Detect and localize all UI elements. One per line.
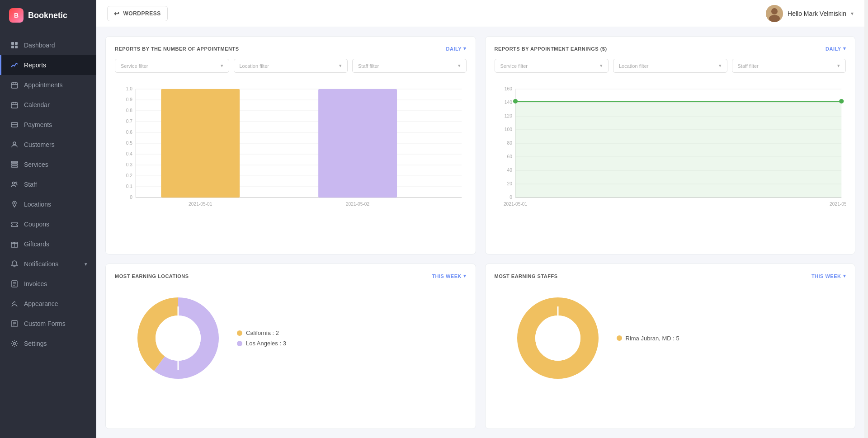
svg-rect-59 bbox=[161, 89, 240, 198]
back-arrow-icon: ↩ bbox=[114, 10, 120, 17]
sidebar-item-reports[interactable]: Reports bbox=[0, 55, 96, 75]
topbar: ↩ WORDPRESS Hello Mark Velmiskin ▾ bbox=[96, 0, 864, 27]
logo-text: Booknetic bbox=[28, 11, 67, 20]
svg-marker-82 bbox=[515, 101, 841, 198]
content-area: REPORTS BY THE NUMBER OF APPOINTMENTS DA… bbox=[96, 27, 864, 438]
filter-chevron-icon: ▾ bbox=[339, 63, 342, 69]
legend-item-rima: Rima Jubran, MD : 5 bbox=[617, 335, 846, 342]
logo-area: B Booknetic bbox=[0, 0, 96, 31]
sidebar-item-label: Dashboard bbox=[24, 42, 55, 49]
scrollbar[interactable] bbox=[864, 0, 868, 438]
svg-text:160: 160 bbox=[504, 86, 512, 91]
svg-text:1.0: 1.0 bbox=[126, 86, 133, 91]
notifications-arrow-icon: ▾ bbox=[85, 261, 87, 267]
sidebar-item-dashboard[interactable]: Dashboard bbox=[0, 35, 96, 55]
svg-rect-8 bbox=[11, 103, 18, 108]
filter-chevron-icon: ▾ bbox=[221, 63, 223, 69]
legend-item-losangeles: Los Angeles : 3 bbox=[237, 340, 467, 347]
sidebar-item-custom-forms[interactable]: Custom Forms bbox=[0, 314, 96, 334]
earnings-chart-card: REPORTS BY APPOINTMENT EARNINGS ($) DAIL… bbox=[485, 36, 856, 254]
user-chevron-icon: ▾ bbox=[851, 10, 854, 17]
earnings-staff-filter[interactable]: Staff filter ▾ bbox=[732, 59, 846, 73]
appointments-period-selector[interactable]: DAILY ▾ bbox=[446, 46, 467, 52]
locations-chart-header: MOST EARNING LOCATIONS THIS WEEK ▾ bbox=[115, 273, 467, 279]
svg-text:0.5: 0.5 bbox=[126, 141, 133, 146]
locations-donut-section: California : 2 Los Angeles : 3 bbox=[115, 286, 467, 386]
svg-text:0: 0 bbox=[509, 195, 512, 200]
svg-text:20: 20 bbox=[507, 181, 512, 186]
appointments-staff-filter[interactable]: Staff filter ▾ bbox=[352, 59, 467, 73]
sidebar-item-staff[interactable]: Staff bbox=[0, 174, 96, 194]
user-menu[interactable]: Hello Mark Velmiskin ▾ bbox=[766, 5, 854, 22]
locations-legend: California : 2 Los Angeles : 3 bbox=[223, 330, 467, 347]
svg-text:0: 0 bbox=[130, 195, 132, 200]
legend-item-california: California : 2 bbox=[237, 330, 467, 336]
losangeles-label: Los Angeles : 3 bbox=[246, 340, 286, 347]
earnings-location-filter[interactable]: Location filter ▾ bbox=[613, 59, 727, 73]
avatar bbox=[766, 5, 783, 22]
sidebar-item-appearance[interactable]: Appearance bbox=[0, 294, 96, 314]
sidebar-nav: Dashboard Reports Appointments Calendar bbox=[0, 31, 96, 438]
svg-rect-0 bbox=[11, 42, 14, 45]
staffs-donut-chart bbox=[513, 293, 603, 383]
svg-text:2021-05-01: 2021-05-01 bbox=[189, 202, 212, 207]
appointments-location-filter[interactable]: Location filter ▾ bbox=[234, 59, 348, 73]
sidebar-item-label: Payments bbox=[24, 121, 52, 128]
earnings-chart-title: REPORTS BY APPOINTMENT EARNINGS ($) bbox=[495, 46, 607, 52]
sidebar-item-label: Giftcards bbox=[24, 240, 49, 248]
svg-text:0.8: 0.8 bbox=[126, 108, 133, 113]
locations-period-selector[interactable]: THIS WEEK ▾ bbox=[432, 273, 466, 279]
sidebar-item-label: Services bbox=[24, 161, 48, 168]
sidebar-item-label: Coupons bbox=[24, 221, 49, 228]
earnings-period-selector[interactable]: DAILY ▾ bbox=[826, 46, 846, 52]
svg-point-19 bbox=[16, 182, 17, 184]
sidebar-item-giftcards[interactable]: Giftcards bbox=[0, 234, 96, 254]
staffs-period-label: THIS WEEK bbox=[811, 273, 841, 279]
line-chart-svg: 0 20 40 60 80 100 120 140 160 bbox=[495, 80, 846, 211]
svg-point-20 bbox=[14, 203, 15, 204]
rima-label: Rima Jubran, MD : 5 bbox=[626, 335, 679, 342]
earnings-filters: Service filter ▾ Location filter ▾ Staff… bbox=[495, 59, 846, 73]
svg-point-35 bbox=[769, 15, 780, 22]
locations-donut-chart bbox=[133, 293, 223, 383]
giftcards-icon bbox=[10, 240, 19, 248]
appointments-chart-card: REPORTS BY THE NUMBER OF APPOINTMENTS DA… bbox=[105, 36, 476, 254]
sidebar-item-calendar[interactable]: Calendar bbox=[0, 95, 96, 115]
logo-icon: B bbox=[9, 8, 24, 23]
svg-rect-4 bbox=[11, 83, 18, 88]
svg-text:2021-05-02: 2021-05-02 bbox=[346, 202, 370, 207]
rima-dot bbox=[617, 335, 622, 341]
locations-chart-title: MOST EARNING LOCATIONS bbox=[115, 273, 189, 279]
svg-text:0.4: 0.4 bbox=[126, 151, 133, 156]
user-name: Hello Mark Velmiskin bbox=[788, 10, 846, 17]
sidebar-item-services[interactable]: Services bbox=[0, 155, 96, 174]
calendar-icon bbox=[10, 101, 19, 109]
sidebar-item-payments[interactable]: Payments bbox=[0, 115, 96, 135]
sidebar-item-notifications[interactable]: Notifications ▾ bbox=[0, 254, 96, 274]
staff-icon bbox=[10, 180, 19, 188]
staffs-period-selector[interactable]: THIS WEEK ▾ bbox=[811, 273, 846, 279]
staffs-donut-section: Rima Jubran, MD : 5 bbox=[495, 286, 846, 386]
sidebar-item-coupons[interactable]: Coupons bbox=[0, 214, 96, 234]
svg-text:80: 80 bbox=[507, 141, 512, 146]
sidebar-item-appointments[interactable]: Appointments bbox=[0, 75, 96, 95]
svg-rect-3 bbox=[15, 46, 18, 48]
svg-rect-1 bbox=[15, 42, 18, 45]
sidebar-item-invoices[interactable]: Invoices bbox=[0, 274, 96, 294]
sidebar-item-label: Calendar bbox=[24, 101, 50, 108]
filter-chevron-icon: ▾ bbox=[719, 63, 722, 69]
payments-icon bbox=[10, 121, 19, 129]
appointments-service-filter[interactable]: Service filter ▾ bbox=[115, 59, 229, 73]
staffs-chart-title: MOST EARNING STAFFS bbox=[495, 273, 558, 279]
wordpress-button[interactable]: ↩ WORDPRESS bbox=[107, 6, 168, 21]
sidebar-item-settings[interactable]: Settings bbox=[0, 334, 96, 353]
earnings-service-filter[interactable]: Service filter ▾ bbox=[495, 59, 609, 73]
services-icon bbox=[10, 160, 19, 169]
staffs-legend: Rima Jubran, MD : 5 bbox=[603, 335, 846, 342]
sidebar-item-label: Reports bbox=[24, 61, 46, 69]
staffs-chart-header: MOST EARNING STAFFS THIS WEEK ▾ bbox=[495, 273, 846, 279]
sidebar-item-customers[interactable]: Customers bbox=[0, 135, 96, 155]
sidebar-item-locations[interactable]: Locations bbox=[0, 194, 96, 214]
notifications-icon bbox=[10, 260, 19, 268]
settings-icon bbox=[10, 339, 19, 348]
